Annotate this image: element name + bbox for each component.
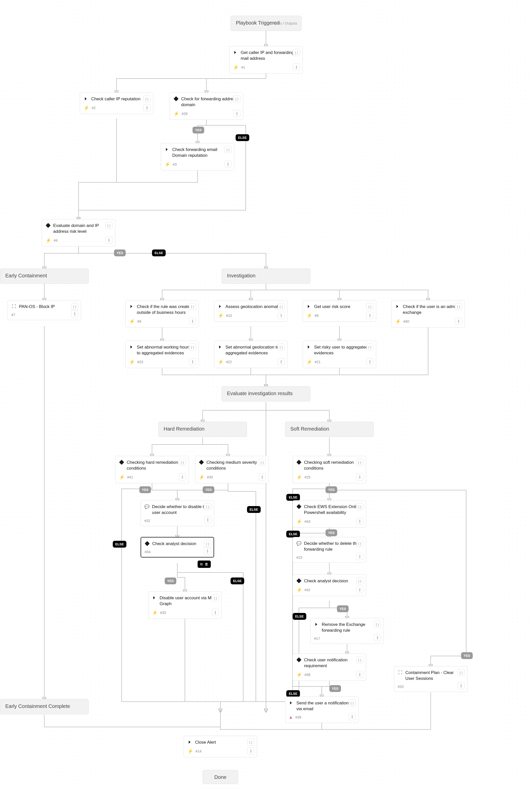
delete-icon[interactable]: 🗑 bbox=[205, 562, 208, 566]
code-icon[interactable]: { } bbox=[356, 656, 363, 663]
code-icon[interactable]: { } bbox=[356, 459, 363, 466]
bolt-icon: ⚡ bbox=[173, 111, 179, 116]
pause-icon[interactable]: ‖ bbox=[259, 474, 266, 481]
code-icon[interactable]: { } bbox=[356, 503, 363, 510]
pause-icon[interactable]: ‖ bbox=[233, 110, 241, 117]
pause-icon[interactable]: ‖ bbox=[204, 516, 211, 523]
task-n30[interactable]: Checking medium severity conditions ⚡#30… bbox=[195, 456, 268, 483]
task-n7[interactable]: ⛶PAN-OS - Block IP #7 { } ‖ bbox=[7, 300, 81, 320]
code-icon[interactable]: { } bbox=[366, 303, 374, 310]
task-n38[interactable]: Check user notification requirement ⚡#38… bbox=[292, 654, 366, 681]
pause-icon[interactable]: ‖ bbox=[71, 310, 78, 317]
code-icon[interactable]: { } bbox=[356, 577, 363, 584]
pause-icon[interactable]: ‖ bbox=[356, 553, 363, 560]
pause-icon[interactable]: ‖ bbox=[204, 547, 211, 555]
task-n2[interactable]: Check caller IP reputation ⚡#2 { } ‖ bbox=[80, 93, 153, 114]
task-n28[interactable]: Check for forwarding address domain ⚡#28… bbox=[170, 93, 243, 120]
code-icon[interactable]: { } bbox=[212, 594, 219, 601]
task-n20[interactable]: ⛶Containment Plan - Clear User Sessions … bbox=[394, 666, 468, 692]
task-n41[interactable]: Checking hard remediation conditions ⚡#4… bbox=[115, 456, 189, 483]
code-icon[interactable]: { } bbox=[233, 95, 241, 102]
code-icon[interactable]: { } bbox=[366, 344, 374, 350]
soft-remediation-section[interactable]: Soft Remediation bbox=[285, 422, 374, 437]
task-n8[interactable]: Get user risk score ⚡#8 { } ‖ bbox=[303, 300, 376, 322]
pause-icon[interactable]: ‖ bbox=[348, 713, 356, 720]
code-icon[interactable]: { } bbox=[278, 344, 285, 350]
hard-remediation-section[interactable]: Hard Remediation bbox=[158, 422, 247, 437]
code-icon[interactable]: { } bbox=[225, 146, 231, 153]
task-n42[interactable]: Check analyst decision ⚡#42 { } ‖ bbox=[292, 575, 366, 596]
task-n15[interactable]: 💬Decide whether to delete the forwarding… bbox=[292, 537, 366, 563]
task-n39[interactable]: Send the user a notification via email ▲… bbox=[285, 696, 359, 723]
task-n1[interactable]: Get caller IP and forwarding mail addres… bbox=[229, 46, 303, 74]
code-icon[interactable]: { } bbox=[293, 49, 300, 56]
task-n14[interactable]: Close Alert ⚡#14 { } ‖ bbox=[184, 736, 257, 757]
pause-icon[interactable]: ‖ bbox=[278, 358, 285, 365]
code-icon[interactable]: { } bbox=[457, 669, 464, 676]
done-section[interactable]: Done bbox=[203, 770, 238, 784]
code-icon[interactable]: { } bbox=[189, 303, 196, 310]
evaluate-investigation-section[interactable]: Evaluate investigation results bbox=[222, 386, 310, 402]
bolt-icon: ⚡ bbox=[129, 359, 135, 365]
pause-icon[interactable]: ‖ bbox=[366, 358, 374, 365]
code-icon[interactable]: { } bbox=[247, 738, 254, 746]
task-id: #2 bbox=[92, 106, 150, 110]
task-n3[interactable]: Check forwarding email Domain reputation… bbox=[161, 143, 234, 171]
code-icon[interactable]: { } bbox=[204, 540, 211, 547]
task-label: Checking soft remediation conditions bbox=[304, 460, 362, 471]
investigation-section[interactable]: Investigation bbox=[222, 269, 310, 284]
code-icon[interactable]: { } bbox=[348, 699, 356, 707]
pause-icon[interactable]: ‖ bbox=[278, 312, 285, 319]
pause-icon[interactable]: ‖ bbox=[374, 634, 381, 641]
pause-icon[interactable]: ‖ bbox=[106, 236, 113, 244]
task-n17[interactable]: Remove the Exchange forwarding rule #17 … bbox=[310, 618, 384, 644]
pause-icon[interactable]: ‖ bbox=[189, 317, 196, 325]
task-n32[interactable]: 💬Decide whether to disable the user acco… bbox=[140, 500, 214, 526]
code-icon[interactable]: { } bbox=[179, 459, 186, 466]
code-icon[interactable]: { } bbox=[204, 503, 211, 510]
pause-icon[interactable]: ‖ bbox=[179, 474, 186, 481]
task-n22[interactable]: Set abnormal geolocation to aggregated e… bbox=[214, 341, 287, 368]
pause-icon[interactable]: ‖ bbox=[356, 671, 363, 678]
task-n21[interactable]: Set risky user to aggregated evidences ⚡… bbox=[303, 341, 376, 368]
code-icon[interactable]: { } bbox=[455, 303, 462, 310]
code-icon[interactable]: { } bbox=[259, 459, 266, 466]
code-icon[interactable]: { } bbox=[71, 303, 78, 310]
early-containment-section[interactable]: Early Containment bbox=[0, 269, 89, 284]
pause-icon[interactable]: ‖ bbox=[212, 609, 219, 616]
pause-icon[interactable]: ‖ bbox=[457, 682, 464, 689]
copy-icon[interactable]: ⧉ bbox=[200, 562, 203, 566]
bolt-icon: ⚡ bbox=[83, 105, 89, 111]
task-label: Close Alert bbox=[195, 739, 253, 746]
code-icon[interactable]: { } bbox=[189, 344, 196, 350]
task-n40[interactable]: Check if the user is an admin exchange ⚡… bbox=[392, 300, 465, 328]
node-popover[interactable]: ⧉🗑 bbox=[197, 560, 211, 568]
branch-yes: YES bbox=[203, 486, 214, 493]
task-n4[interactable]: Evaluate domain and IP address risk leve… bbox=[42, 219, 115, 247]
pause-icon[interactable]: ‖ bbox=[225, 160, 231, 168]
code-icon[interactable]: { } bbox=[356, 540, 363, 547]
playbook-triggered-header[interactable]: Playbook Triggered Inputs / Outputs bbox=[230, 16, 302, 31]
task-n33[interactable]: Disable user account via MS-Graph ⚡#33 {… bbox=[148, 592, 222, 619]
code-icon[interactable]: { } bbox=[106, 222, 113, 229]
pause-icon[interactable]: ‖ bbox=[189, 358, 196, 365]
pause-icon[interactable]: ‖ bbox=[293, 63, 300, 71]
code-icon[interactable]: { } bbox=[374, 621, 381, 628]
pause-icon[interactable]: ‖ bbox=[366, 312, 374, 319]
code-icon[interactable]: { } bbox=[278, 303, 285, 310]
task-n34[interactable]: Check analyst decision #34 { } ‖ bbox=[140, 537, 214, 558]
pause-icon[interactable]: ‖ bbox=[356, 518, 363, 525]
task-n25[interactable]: Checking soft remediation conditions ⚡#2… bbox=[292, 456, 366, 483]
task-n9[interactable]: Check if the rule was created outside of… bbox=[126, 300, 199, 328]
pause-icon[interactable]: ‖ bbox=[247, 748, 254, 754]
early-containment-complete-section[interactable]: Early Containment Complete bbox=[0, 699, 89, 714]
task-n43[interactable]: Check EWS Extension Online Powershell av… bbox=[292, 500, 366, 527]
pause-icon[interactable]: ‖ bbox=[356, 474, 363, 481]
task-n23[interactable]: Set abnormal working hours to aggregated… bbox=[126, 341, 199, 368]
task-n10[interactable]: Assess geolocation anomalies ⚡#10 { } ‖ bbox=[214, 300, 287, 322]
code-icon[interactable]: { } bbox=[144, 95, 151, 102]
pause-icon[interactable]: ‖ bbox=[144, 104, 151, 111]
pause-icon[interactable]: ‖ bbox=[356, 586, 363, 593]
pause-icon[interactable]: ‖ bbox=[455, 317, 462, 325]
chevron-icon bbox=[233, 50, 238, 55]
